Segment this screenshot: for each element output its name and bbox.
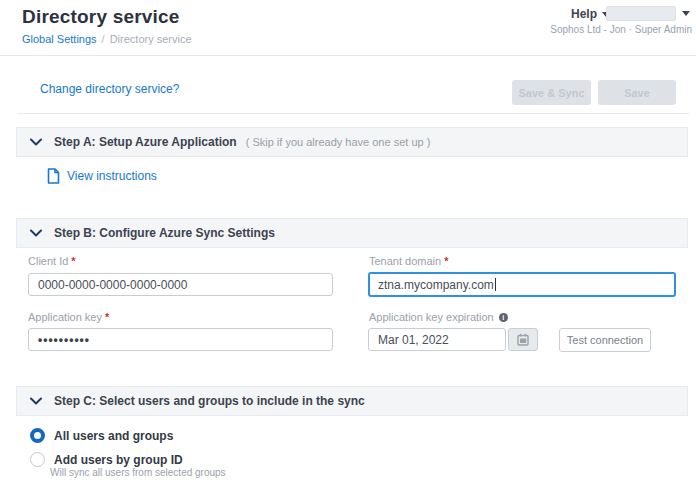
change-directory-service-link[interactable]: Change directory service? [40, 82, 179, 96]
radio-unselected-icon [30, 452, 45, 467]
tenant-domain-label: Tenant domain* [369, 255, 448, 267]
breadcrumb-separator: / [102, 33, 105, 45]
text-cursor [495, 278, 496, 291]
tenant-domain-input[interactable]: ztna.mycompany.com [368, 272, 676, 297]
radio-all-users-and-groups[interactable]: All users and groups [30, 428, 173, 443]
step-b-header[interactable]: Step B: Configure Azure Sync Settings [16, 218, 688, 248]
chevron-down-icon [30, 229, 42, 237]
required-marker: * [444, 255, 448, 267]
radio-selected-icon [30, 428, 45, 443]
application-key-label: Application key* [28, 311, 109, 323]
chevron-down-icon [30, 397, 42, 405]
client-id-input[interactable] [28, 273, 333, 296]
step-c-title: Step C: Select users and groups to inclu… [54, 394, 365, 408]
test-connection-button[interactable]: Test connection [559, 328, 651, 352]
breadcrumb: Global Settings/Directory service [22, 33, 192, 45]
view-instructions-link[interactable]: View instructions [47, 168, 157, 184]
application-key-input[interactable] [28, 328, 333, 351]
header-divider [0, 55, 696, 56]
required-marker: * [105, 311, 109, 323]
info-icon: i [499, 313, 508, 322]
account-info: Sophos Ltd - Jon · Super Admin [550, 24, 692, 35]
step-a-header[interactable]: Step A: Setup Azure Application ( Skip i… [16, 127, 688, 157]
radio-add-users-by-group-id[interactable]: Add users by group ID [30, 452, 183, 467]
view-instructions-label: View instructions [67, 169, 157, 183]
calendar-picker-button[interactable] [508, 328, 538, 351]
save-button[interactable]: Save [598, 80, 676, 105]
step-a-hint: ( Skip if you already have one set up ) [246, 136, 431, 148]
client-id-label: Client Id* [28, 255, 76, 267]
breadcrumb-global-settings[interactable]: Global Settings [22, 33, 97, 45]
radio-option-sublabel: Will sync all users from selected groups [50, 467, 226, 478]
breadcrumb-current: Directory service [110, 33, 192, 45]
page-title: Directory service [22, 6, 180, 28]
help-menu-button[interactable]: Help [571, 7, 610, 21]
calendar-icon [517, 333, 529, 346]
chevron-down-icon[interactable] [682, 11, 690, 16]
step-b-title: Step B: Configure Azure Sync Settings [54, 226, 275, 240]
step-a-title: Step A: Setup Azure Application [54, 135, 237, 149]
save-and-sync-button[interactable]: Save & Sync [512, 80, 591, 105]
expiration-date-input[interactable] [368, 328, 506, 351]
help-label: Help [571, 7, 597, 21]
chevron-down-icon [30, 138, 42, 146]
toolbar-divider [17, 113, 689, 114]
step-c-header[interactable]: Step C: Select users and groups to inclu… [16, 386, 688, 416]
application-key-expiration-label: Application key expirationi [369, 311, 508, 323]
document-icon [47, 168, 60, 184]
required-marker: * [71, 255, 75, 267]
user-menu-button[interactable] [606, 6, 676, 21]
